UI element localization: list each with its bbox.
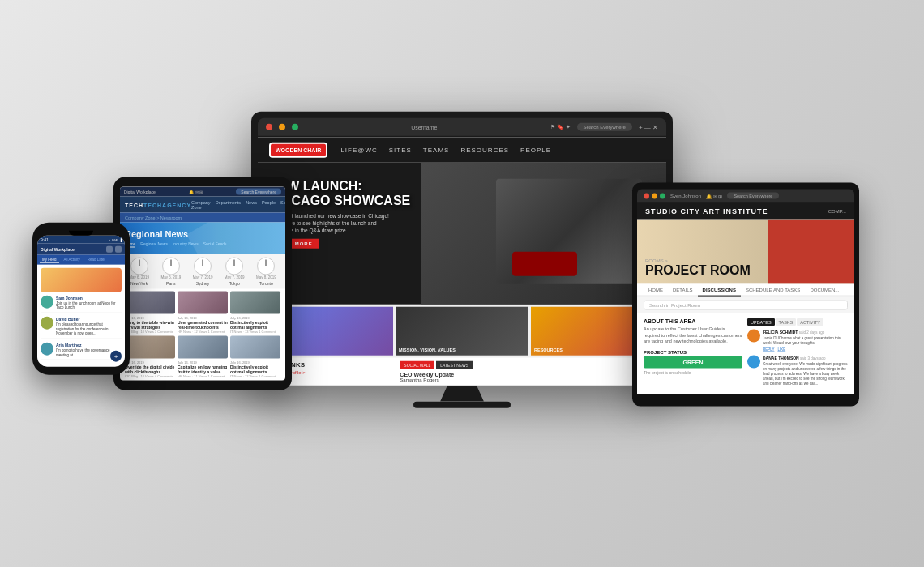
rp-body: ABOUT THIS AREA An update to the Custome… — [637, 313, 854, 394]
phone-time: 9:41 — [41, 237, 49, 242]
tablet-nav-1[interactable]: Departments — [216, 200, 242, 210]
phone-frame: 9:41 ▲ WiFi ▐ Digital Workplace My Feed … — [32, 223, 130, 375]
clock-city-4: Toronto — [252, 281, 280, 286]
monitor-top-bar: Username ⚑ 🔖 ✦ Search Everywhere + — ✕ — [258, 118, 666, 136]
wc-nav-life[interactable]: LIFE@WC — [340, 147, 377, 154]
tab-article-img-2 — [230, 292, 280, 314]
phone-tab-readlater[interactable]: Read Later — [85, 257, 108, 263]
wc-bottom: QUICK LINKS Update my Profile > SOCIAL W… — [258, 358, 666, 386]
wc-article: CEO Weekly Update Samantha Rogers — [400, 372, 661, 382]
rp-dot-min[interactable] — [652, 193, 657, 198]
tab-article-title-4[interactable]: Capitalize on low hanging fruit to ident… — [178, 364, 228, 374]
tab-subnav-social[interactable]: Social Feeds — [203, 241, 227, 248]
rp-tab-details[interactable]: DETAILS — [668, 284, 698, 297]
tablet-screen: Digital Workplace 🔔 ✉ ⊞ Search Everywher… — [120, 187, 285, 381]
tab-article-0: July 16, 2019 Bring to the table win-win… — [125, 292, 175, 334]
rp-tabs-bar: HOME DETAILS DISCUSSIONS SCHEDULE AND TA… — [637, 284, 854, 297]
rp-like-btn-0[interactable]: LIKE — [777, 347, 785, 352]
phone-status-bar: 9:41 ▲ WiFi ▐ — [37, 236, 125, 244]
rp-avatar-1 — [747, 356, 760, 369]
wc-nav-teams[interactable]: TEAMS — [423, 147, 450, 154]
phone-avatar-2 — [41, 343, 53, 356]
tablet-nav-0[interactable]: Company Zone — [191, 200, 211, 210]
monitor-close-dot[interactable] — [266, 124, 272, 130]
rp-comment-1: DANAE THOMSON said 3 days ago Great week… — [747, 356, 848, 386]
tablet-search[interactable]: Search Everywhere — [236, 189, 281, 195]
rp-tab-home[interactable]: HOME — [644, 284, 668, 297]
rp-search-area: Search in Project Room — [637, 297, 854, 313]
wc-tab-social[interactable]: SOCIAL WALL — [400, 361, 434, 369]
rp-tab-documents[interactable]: DOCUMEN... — [805, 284, 844, 297]
tab-article-1: July 16, 2019 User generated content in … — [178, 292, 228, 334]
phone-app-title: Digital Workplace — [41, 247, 75, 252]
phone-nav: Digital Workplace — [37, 244, 125, 255]
tab-article-title-0[interactable]: Bring to the table win-win survival stra… — [125, 320, 175, 330]
wc-social-wall: SOCIAL WALL LATEST NEWS CEO Weekly Updat… — [400, 361, 661, 382]
rp-act-tab-updates[interactable]: UPDATES — [747, 318, 775, 326]
tablet-hero-subnav: Home Regional News Industry News Social … — [125, 241, 280, 248]
tab-article-title-3[interactable]: Override the digital divide with clickth… — [125, 364, 175, 374]
tablet-frame: Digital Workplace 🔔 ✉ ⊞ Search Everywher… — [113, 177, 292, 390]
tablet: Digital Workplace 🔔 ✉ ⊞ Search Everywher… — [113, 177, 292, 390]
tablet-breadcrumb: Company Zone > Newsroom — [120, 213, 285, 223]
wc-nav-resources[interactable]: RESOURCES — [460, 147, 509, 154]
tab-article-meta-3: CIO Blog · 10 Views 4 Comments — [125, 374, 175, 378]
tab-article-5: July 16, 2019 Distinctively exploit opti… — [230, 336, 280, 378]
rp-tab-discussions[interactable]: DISCUSSIONS — [698, 284, 741, 297]
wc-cards: GET SOCIAL MISSION, VISION, VALUES RESOU… — [258, 305, 666, 358]
tablet-nav-4[interactable]: Social — [280, 200, 285, 210]
tablet-logo: TECHTECHAGENCY — [125, 202, 191, 207]
rp-hero: ROOMS > PROJECT ROOM — [637, 220, 854, 284]
wc-nav-sites[interactable]: SITES — [389, 147, 412, 154]
desktop-monitor: Username ⚑ 🔖 ✦ Search Everywhere + — ✕ W… — [251, 112, 673, 408]
tab-article-img-3 — [125, 336, 175, 359]
tablet-nav-3[interactable]: People — [262, 200, 276, 210]
phone-signal: ▲ WiFi ▐ — [108, 237, 122, 241]
scene: Username ⚑ 🔖 ✦ Search Everywhere + — ✕ W… — [16, 16, 908, 551]
tablet-nav-2[interactable]: News — [246, 200, 257, 210]
rp-search-input[interactable]: Search in Project Room — [644, 301, 848, 310]
monitor-search[interactable]: Search Everywhere — [577, 123, 632, 131]
phone-tab-activity[interactable]: All Activity — [62, 257, 83, 263]
monitor-maximize-dot[interactable] — [292, 124, 298, 130]
clock-face-sydney — [194, 258, 212, 275]
wc-article-author: Samantha Rogers — [400, 377, 438, 382]
tablet-hero: Regional News Home Regional News Industr… — [120, 223, 285, 254]
rp-logo: STUDIO CITY ART INSTITUTE — [645, 207, 768, 215]
tab-article-img-1 — [178, 292, 228, 314]
clock-city-1: Paris — [156, 281, 185, 286]
rp-comment-body-1: DANAE THOMSON said 3 days ago Great week… — [763, 356, 848, 386]
tab-article-title-1[interactable]: User generated content in real-time touc… — [178, 320, 228, 330]
monitor-minimize-dot[interactable] — [279, 124, 285, 130]
phone-tabs: My Feed All Activity Read Later — [37, 255, 125, 265]
tab-article-meta-1: HR News · 12 Views 1 Comment — [178, 330, 228, 334]
tab-subnav-industry[interactable]: Industry News — [173, 241, 199, 248]
phone-tab-feed[interactable]: My Feed — [40, 257, 59, 263]
rp-act-tab-activity[interactable]: ACTIVITY — [797, 318, 823, 326]
rp-dot-max[interactable] — [660, 193, 665, 198]
monitor-controls[interactable]: + — ✕ — [639, 123, 658, 130]
rp-act-tab-tasks[interactable]: TASKS — [776, 318, 797, 326]
phone-notch — [69, 231, 93, 236]
rp-tab-schedule[interactable]: SCHEDULE AND TASKS — [741, 284, 805, 297]
phone-nav-icon-1[interactable] — [106, 246, 113, 253]
phone-nav-icons — [106, 246, 122, 253]
wc-card-mission[interactable]: MISSION, VISION, VALUES — [396, 307, 528, 356]
clock-face-tokyo — [225, 258, 243, 275]
clock-date-2: May 7, 2019 — [188, 275, 216, 279]
tab-subnav-regional[interactable]: Regional News — [140, 241, 168, 248]
wc-nav-people[interactable]: PEOPLE — [520, 147, 551, 154]
wc-tab-news[interactable]: LATEST NEWS — [436, 361, 473, 369]
phone-nav-icon-2[interactable] — [115, 246, 122, 253]
rp-dot-close[interactable] — [644, 193, 649, 198]
clock-date-1: May 6, 2019 — [156, 275, 185, 279]
tab-article-meta-4: HR News · 11 Views 1 Comment — [178, 374, 228, 378]
tab-article-title-2[interactable]: Distinctively exploit optimal alignments — [230, 320, 280, 330]
tab-article-title-5[interactable]: Distinctively exploit optimal alignments — [230, 364, 280, 374]
tab-article-img-0 — [125, 292, 175, 314]
rp-about-section: ABOUT THIS AREA An update to the Custome… — [644, 318, 742, 390]
rp-search-bar[interactable]: Search Everywhere — [727, 193, 779, 199]
rp-dots — [644, 193, 665, 198]
tablet-hero-title: Regional News — [125, 229, 280, 239]
rp-reply-btn-0[interactable]: REPLY — [763, 347, 774, 352]
